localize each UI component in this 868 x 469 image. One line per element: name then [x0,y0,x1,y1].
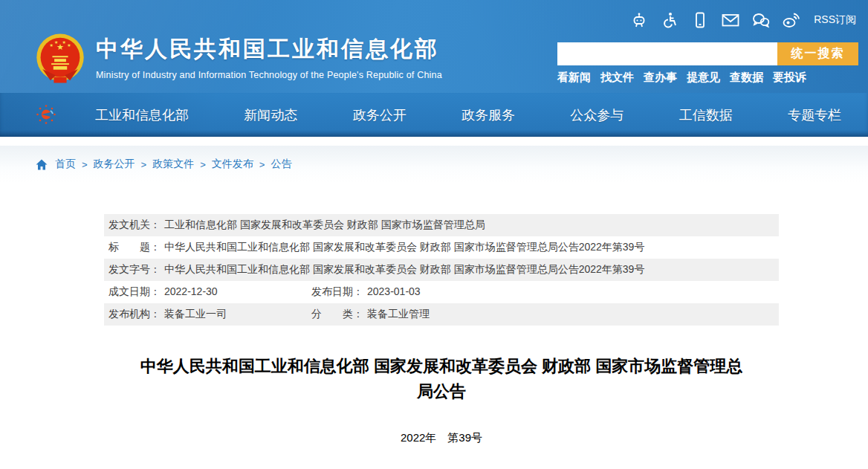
main-content: 发文机关： 工业和信息化部 国家发展和改革委员会 财政部 国家市场监督管理总局 … [0,214,868,445]
crumb-announcement[interactable]: 公告 [271,158,291,171]
nav-item-miit[interactable]: 工业和信息化部 [95,106,189,124]
meta-label: 成文日期： [108,285,161,299]
breadcrumb-band: 首页 > 政务公开 > 政策文件 > 文件发布 > 公告 [0,146,868,183]
rss-subscribe-link[interactable]: RSS订阅 [814,13,856,27]
meta-row-publisher: 发布机构： 装备工业一司 分 类： 装备工业管理 [104,303,779,326]
site-header: ★ ★ ★ ★ ★ 中华人民共和国工业和信息化部 Ministry of Ind… [0,0,868,93]
crumb-file-release[interactable]: 文件发布 [212,158,253,171]
meta-value: 2022-12-30 [164,285,218,299]
page: ★ ★ ★ ★ ★ 中华人民共和国工业和信息化部 Ministry of Ind… [0,0,868,469]
meta-label: 发文机关： [108,219,161,232]
crumb-separator: > [141,159,147,170]
meta-row-dates: 成文日期： 2022-12-30 发布日期： 2023-01-03 [104,281,779,303]
article-doc-number: 2022年 第39号 [104,431,779,445]
crumb-separator: > [259,159,265,170]
national-emblem-icon: ★ ★ ★ ★ ★ [36,33,85,87]
quick-links: 看新闻 找文件 查办事 提意见 查数据 要投诉 [557,71,806,85]
crumb-policy-files[interactable]: 政策文件 [152,158,194,171]
crumb-home[interactable]: 首页 [55,158,76,171]
nav-item-gov-open[interactable]: 政务公开 [353,106,407,124]
meta-label: 发布日期： [311,285,363,299]
weibo-icon[interactable] [782,10,801,30]
brand[interactable]: ★ ★ ★ ★ ★ 中华人民共和国工业和信息化部 Ministry of Ind… [36,33,442,87]
nav-item-news[interactable]: 新闻动态 [244,106,297,124]
main-nav: 工业和信息化部 新闻动态 政务公开 政务服务 公众参与 工信数据 专题专栏 [0,93,868,137]
meta-value: 装备工业管理 [367,308,430,321]
search-button[interactable]: 统一搜索 [777,42,858,65]
nav-item-gov-service[interactable]: 政务服务 [461,106,515,124]
meta-value: 中华人民共和国工业和信息化部 国家发展和改革委员会 财政部 国家市场监督管理总局… [164,263,644,276]
site-title: 中华人民共和国工业和信息化部 [96,34,442,65]
miit-logo-icon [36,104,56,125]
svg-text:★: ★ [49,43,53,48]
header-icon-row: RSS订阅 [629,10,856,30]
meta-row-title: 标 题： 中华人民共和国工业和信息化部 国家发展和改革委员会 财政部 国家市场监… [104,236,779,259]
meta-row-issuing-authority: 发文机关： 工业和信息化部 国家发展和改革委员会 财政部 国家市场监督管理总局 [104,214,779,236]
search-input[interactable] [557,42,777,65]
quick-link-files[interactable]: 找文件 [600,71,634,85]
home-icon[interactable] [36,159,48,170]
svg-text:★: ★ [62,40,66,45]
nav-items: 工业和信息化部 新闻动态 政务公开 政务服务 公众参与 工信数据 专题专栏 [95,93,841,137]
meta-label: 发布机构： [108,308,161,321]
search-bar: 统一搜索 [557,42,858,65]
quick-link-news[interactable]: 看新闻 [557,71,591,85]
meta-label: 分 类： [311,308,363,321]
mobile-icon[interactable] [690,10,710,30]
crumb-separator: > [200,159,206,170]
meta-row-doc-number: 发文字号： 中华人民共和国工业和信息化部 国家发展和改革委员会 财政部 国家市场… [104,259,779,281]
site-subtitle: Ministry of Industry and Information Tec… [96,70,442,80]
article-title: 中华人民共和国工业和信息化部 国家发展和改革委员会 财政部 国家市场监督管理总局… [137,354,746,404]
meta-label: 标 题： [108,241,161,254]
brand-text: 中华人民共和国工业和信息化部 Ministry of Industry and … [96,33,442,80]
meta-value: 2023-01-03 [367,285,421,299]
crumb-gov-open[interactable]: 政务公开 [94,158,135,171]
meta-value: 工业和信息化部 国家发展和改革委员会 财政部 国家市场监督管理总局 [164,219,485,232]
nav-item-special-topics[interactable]: 专题专栏 [788,106,841,124]
meta-value: 中华人民共和国工业和信息化部 国家发展和改革委员会 财政部 国家市场监督管理总局… [164,241,644,254]
mail-icon[interactable] [721,10,740,30]
robot-assistant-icon[interactable] [629,10,649,30]
svg-text:★: ★ [67,43,71,48]
quick-link-suggest[interactable]: 提意见 [687,71,720,85]
meta-table: 发文机关： 工业和信息化部 国家发展和改革委员会 财政部 国家市场监督管理总局 … [104,214,779,326]
quick-link-complaint[interactable]: 要投诉 [773,71,806,85]
quick-link-data[interactable]: 查数据 [730,71,763,85]
svg-text:★: ★ [54,40,58,45]
nav-item-participation[interactable]: 公众参与 [570,106,624,124]
wechat-icon[interactable] [751,10,771,30]
accessibility-icon[interactable] [660,10,679,30]
crumb-separator: > [82,159,88,170]
breadcrumb: 首页 > 政务公开 > 政策文件 > 文件发布 > 公告 [36,158,291,171]
nav-item-industry-data[interactable]: 工信数据 [679,106,733,124]
meta-value: 装备工业一司 [164,308,227,321]
meta-label: 发文字号： [108,263,161,276]
quick-link-services[interactable]: 查办事 [644,71,677,85]
